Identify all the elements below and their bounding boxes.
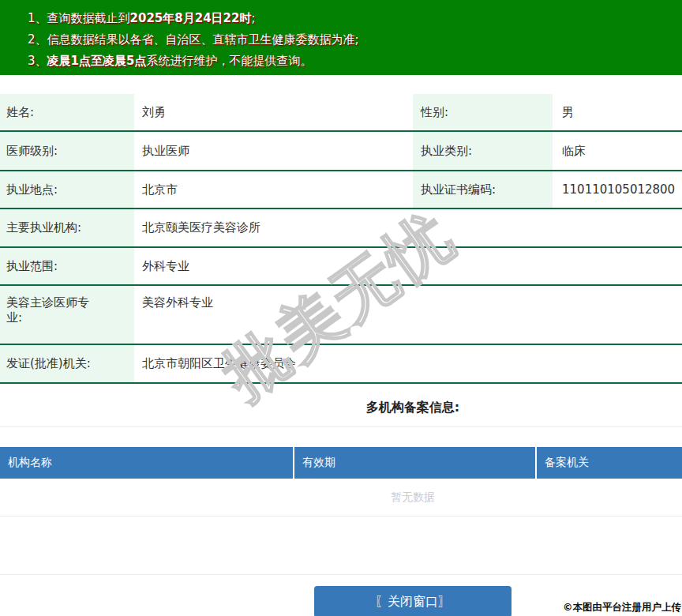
multi-org-section-title: 多机构备案信息:	[0, 400, 682, 415]
divider	[0, 426, 682, 427]
field-label-name: 姓名:	[0, 94, 134, 130]
field-label-gender: 性别:	[413, 94, 553, 130]
field-value-main-institution: 北京颐美医疗美容诊所	[134, 220, 682, 235]
upload-attribution-watermark: ©本图由平台注册用户上传	[563, 601, 681, 614]
notice-text: 查询数据截止到	[47, 11, 130, 25]
field-label-cosmetic-specialty: 美容主诊医师专业:	[0, 286, 134, 344]
field-value-gender: 男	[553, 105, 682, 120]
field-label-certificate-number: 执业证书编码:	[413, 171, 553, 208]
info-row-level-category: 医师级别: 执业医师 执业类别: 临床	[0, 132, 682, 171]
field-label-issuing-authority: 发证(批准)机关:	[0, 345, 134, 382]
divider	[0, 516, 682, 516]
notice-text-bold: 凌晨1点至凌晨5点	[47, 54, 147, 68]
info-row-name-gender: 姓名: 刘勇 性别: 男	[0, 94, 682, 132]
notice-num: 1、	[28, 11, 47, 25]
filing-col-validity-period: 有效期	[294, 447, 537, 479]
info-row-main-institution: 主要执业机构: 北京颐美医疗美容诊所	[0, 209, 682, 248]
field-value-name: 刘勇	[134, 105, 413, 120]
field-value-issuing-authority: 北京市朝阳区卫生健康委员会	[134, 356, 682, 371]
field-value-certificate-number: 110110105012800	[553, 182, 682, 197]
page: 1、查询数据截止到2025年8月24日22时; 2、信息数据结果以各省、自治区、…	[0, 0, 682, 616]
notice-num: 2、	[28, 32, 47, 47]
notice-num: 3、	[28, 54, 47, 68]
notice-text: ;	[251, 11, 255, 25]
notice-banner: 1、查询数据截止到2025年8月24日22时; 2、信息数据结果以各省、自治区、…	[0, 0, 682, 75]
field-label-practice-location: 执业地点:	[0, 171, 134, 208]
notice-line-1: 1、查询数据截止到2025年8月24日22时;	[28, 8, 682, 29]
field-value-doctor-level: 执业医师	[134, 144, 413, 159]
filing-table-header: 机构名称 有效期 备案机关	[0, 447, 682, 479]
info-row-practice-scope: 执业范围: 外科专业	[0, 248, 682, 286]
field-value-practice-scope: 外科专业	[134, 259, 682, 274]
divider	[0, 574, 682, 575]
filing-table-empty-state: 暂无数据	[0, 479, 682, 516]
field-value-practice-location: 北京市	[134, 182, 413, 197]
field-value-cosmetic-specialty: 美容外科专业	[134, 286, 682, 310]
notice-text: 系统进行维护，不能提供查询。	[146, 54, 312, 68]
field-label-practice-scope: 执业范围:	[0, 248, 134, 284]
filing-col-filing-authority: 备案机关	[537, 447, 682, 479]
info-row-issuing-authority: 发证(批准)机关: 北京市朝阳区卫生健康委员会	[0, 345, 682, 384]
info-row-cosmetic-specialty: 美容主诊医师专业: 美容外科专业	[0, 286, 682, 345]
field-label-main-institution: 主要执业机构:	[0, 209, 134, 246]
field-label-practice-category: 执业类别:	[413, 132, 553, 170]
notice-text: 信息数据结果以各省、自治区、直辖市卫生健康委数据为准;	[47, 32, 359, 47]
notice-line-3: 3、凌晨1点至凌晨5点系统进行维护，不能提供查询。	[28, 51, 682, 72]
notice-line-2: 2、信息数据结果以各省、自治区、直辖市卫生健康委数据为准;	[28, 29, 682, 51]
practitioner-info-table: 姓名: 刘勇 性别: 男 医师级别: 执业医师 执业类别: 临床 执业地点: 北…	[0, 94, 682, 384]
info-row-location-certno: 执业地点: 北京市 执业证书编码: 110110105012800	[0, 171, 682, 209]
field-value-practice-category: 临床	[553, 144, 682, 159]
close-window-button[interactable]: 〖关闭窗口〗	[314, 586, 512, 616]
filing-col-institution-name: 机构名称	[0, 447, 294, 479]
field-label-doctor-level: 医师级别:	[0, 132, 134, 170]
notice-text-bold: 2025年8月24日22时	[130, 11, 252, 25]
